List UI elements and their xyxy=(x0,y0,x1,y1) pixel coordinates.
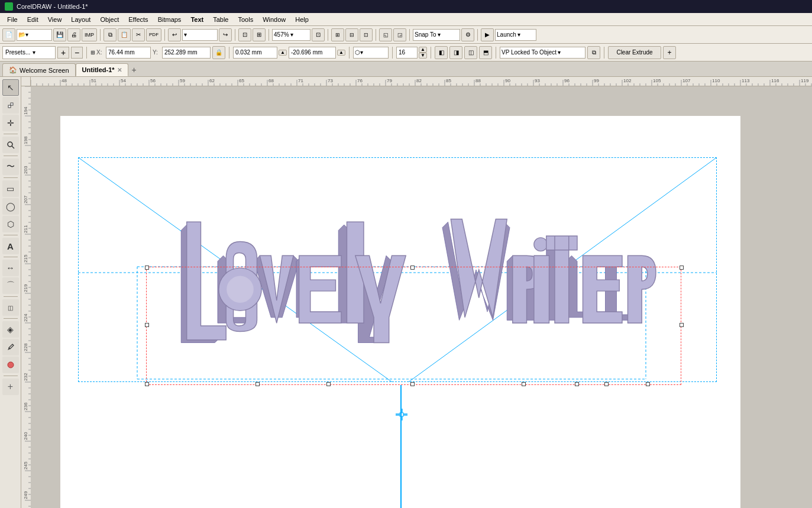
handle-ml[interactable] xyxy=(145,323,149,327)
tool-sep5 xyxy=(4,257,18,257)
dimension-tool-button[interactable]: ↔ xyxy=(2,260,19,276)
height-up[interactable]: ▲ xyxy=(337,50,345,56)
undo-button[interactable]: ↩ xyxy=(168,28,181,41)
zoom-tool-button[interactable] xyxy=(2,137,19,153)
text-tool-button[interactable]: A xyxy=(2,238,19,254)
menu-effects[interactable]: Effects xyxy=(124,15,153,24)
node-tool-button[interactable] xyxy=(2,97,19,114)
handle-extra1[interactable] xyxy=(255,382,260,386)
width-up[interactable]: ▲ xyxy=(279,50,287,56)
vp-vertical-line xyxy=(400,385,402,508)
menu-help[interactable]: Help xyxy=(290,15,313,24)
undo-dropdown[interactable]: ▾ xyxy=(182,29,218,41)
handle-bm[interactable] xyxy=(410,382,415,386)
handle-extra4[interactable] xyxy=(575,382,579,386)
handle-extra3[interactable] xyxy=(522,382,526,386)
menu-window[interactable]: Window xyxy=(258,15,290,24)
handle-br[interactable] xyxy=(646,382,650,386)
handle-bl[interactable] xyxy=(145,382,149,386)
import-button[interactable]: IMP xyxy=(82,28,97,41)
menu-tools[interactable]: Tools xyxy=(233,15,258,24)
view1-button[interactable]: ⊞ xyxy=(331,28,344,41)
artwork-container: .txt-fill { fill: #b8b4d8; stroke: #8880… xyxy=(78,157,717,382)
ellipse-tool-button[interactable]: ◯ xyxy=(2,198,19,215)
depth-down[interactable]: ▼ xyxy=(419,53,427,59)
add-anchor-button[interactable]: + xyxy=(2,378,19,395)
handle-extra5[interactable] xyxy=(604,382,609,386)
extrude-left-button[interactable]: ◫ xyxy=(464,46,477,59)
menu-object[interactable]: Object xyxy=(95,15,124,24)
zoom-dropdown[interactable]: 457% ▾ xyxy=(272,29,310,41)
depth-up[interactable]: ▲ xyxy=(419,47,427,53)
copy-button[interactable]: ⧉ xyxy=(103,28,117,41)
launch-icon[interactable]: ▶ xyxy=(481,28,494,41)
save-button[interactable]: 💾 xyxy=(53,28,66,41)
extrude-shape-dropdown[interactable]: ⬡▾ xyxy=(353,47,389,59)
redo-button[interactable]: ↪ xyxy=(219,28,232,41)
y-input[interactable] xyxy=(162,47,211,59)
coord-lock-button[interactable]: 🔒 xyxy=(212,46,225,59)
presets-sub-button[interactable]: − xyxy=(71,47,83,59)
menu-view[interactable]: View xyxy=(43,15,67,24)
connector-tool-button[interactable]: ⌒ xyxy=(2,277,19,294)
clear-extrude-button[interactable]: Clear Extrude xyxy=(608,46,661,59)
menu-text[interactable]: Text xyxy=(186,15,208,24)
view5-button[interactable]: ◲ xyxy=(393,28,406,41)
extrude-back-button[interactable]: ◨ xyxy=(449,46,462,59)
freehand-tool-button[interactable]: 〜 xyxy=(2,158,19,175)
eyedropper-tool-button[interactable] xyxy=(2,339,19,355)
launch-label: Launch xyxy=(497,31,516,38)
depth-input[interactable] xyxy=(396,47,418,59)
paste-button[interactable]: 📋 xyxy=(118,28,131,41)
print-button[interactable]: 🖨 xyxy=(67,28,80,41)
snap-dropdown[interactable]: Snap To ▾ xyxy=(413,29,460,41)
sep-p6 xyxy=(496,47,496,59)
tab-close-button[interactable]: ✕ xyxy=(117,67,122,73)
select-tool-button[interactable]: ↖ xyxy=(2,79,19,96)
transform-tool-button[interactable]: ✛ xyxy=(2,115,19,131)
launch-dropdown[interactable]: Launch ▾ xyxy=(495,29,536,41)
presets-dropdown[interactable]: Presets... ▾ xyxy=(2,46,56,59)
vp-mode-dropdown[interactable]: VP Locked To Object ▾ xyxy=(500,47,585,59)
pdf-button[interactable]: PDF xyxy=(146,28,161,41)
drawing-canvas[interactable]: .txt-fill { fill: #b8b4d8; stroke: #8880… xyxy=(31,86,812,508)
handle-tm[interactable] xyxy=(410,266,415,270)
rectangle-tool-button[interactable]: ▭ xyxy=(2,180,19,197)
menu-edit[interactable]: Edit xyxy=(22,15,43,24)
fit-page-button[interactable]: ⊡ xyxy=(238,28,251,41)
width-input[interactable] xyxy=(233,47,277,59)
x-input[interactable] xyxy=(106,47,151,59)
tab-document[interactable]: Untitled-1* ✕ xyxy=(76,63,128,76)
smartfill-tool-button[interactable] xyxy=(2,357,19,373)
menu-file[interactable]: File xyxy=(2,15,22,24)
extrude-front-button[interactable]: ◧ xyxy=(435,46,448,59)
handle-mr[interactable] xyxy=(680,323,684,327)
menu-table[interactable]: Table xyxy=(208,15,233,24)
handle-tl[interactable] xyxy=(145,266,149,270)
new-button[interactable]: 📄 xyxy=(2,28,15,41)
svg-rect-1 xyxy=(11,103,13,105)
fill-tool-button[interactable]: ◈ xyxy=(2,321,19,338)
view2-button[interactable]: ⊟ xyxy=(345,28,358,41)
tab-add-button[interactable]: + xyxy=(128,63,140,76)
handle-tr[interactable] xyxy=(680,266,684,270)
fit-width-button[interactable]: ⊞ xyxy=(253,28,266,41)
view4-button[interactable]: ◱ xyxy=(379,28,392,41)
extrude-tool-button[interactable]: ◫ xyxy=(2,299,19,316)
add-extrude-button[interactable]: + xyxy=(663,46,676,59)
view3-button[interactable]: ⊡ xyxy=(360,28,373,41)
height-input[interactable] xyxy=(289,47,336,59)
handle-extra2[interactable] xyxy=(326,382,331,386)
presets-add-button[interactable]: + xyxy=(57,47,69,59)
tab-welcome[interactable]: 🏠 Welcome Screen xyxy=(2,63,76,76)
snap-settings-button[interactable]: ⚙ xyxy=(461,28,474,41)
vp-copy-button[interactable]: ⧉ xyxy=(587,46,600,59)
menu-layout[interactable]: Layout xyxy=(66,15,95,24)
zoom-mode-button[interactable]: ⊡ xyxy=(312,28,325,41)
polygon-tool-button[interactable]: ⬡ xyxy=(2,216,19,232)
cut-button[interactable]: ✂ xyxy=(132,28,145,41)
snap-arrow: ▾ xyxy=(438,31,441,38)
open-dropdown[interactable]: 📂▾ xyxy=(17,29,52,41)
extrude-right-button[interactable]: ⬒ xyxy=(479,46,492,59)
menu-bitmaps[interactable]: Bitmaps xyxy=(153,15,186,24)
